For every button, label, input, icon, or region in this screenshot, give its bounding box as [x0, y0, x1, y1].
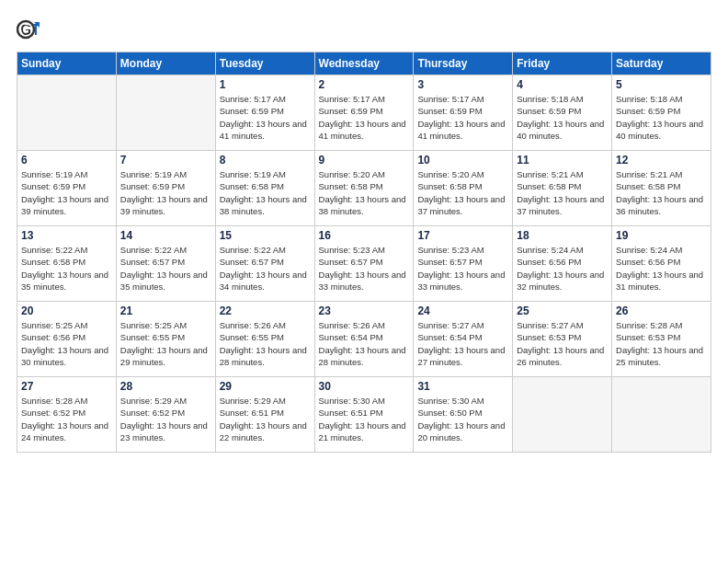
header	[17, 17, 711, 42]
calendar-cell: 15Sunrise: 5:22 AM Sunset: 6:57 PM Dayli…	[215, 226, 314, 302]
day-info: Sunrise: 5:18 AM Sunset: 6:59 PM Dayligh…	[517, 93, 608, 142]
day-number: 21	[120, 304, 211, 317]
calendar-cell: 23Sunrise: 5:26 AM Sunset: 6:54 PM Dayli…	[314, 302, 414, 377]
day-info: Sunrise: 5:22 AM Sunset: 6:57 PM Dayligh…	[120, 244, 211, 293]
day-info: Sunrise: 5:26 AM Sunset: 6:54 PM Dayligh…	[319, 319, 410, 368]
calendar-cell: 18Sunrise: 5:24 AM Sunset: 6:56 PM Dayli…	[513, 226, 612, 302]
day-number: 25	[517, 304, 608, 317]
day-info: Sunrise: 5:19 AM Sunset: 6:59 PM Dayligh…	[21, 168, 112, 217]
calendar-cell: 7Sunrise: 5:19 AM Sunset: 6:59 PM Daylig…	[116, 151, 215, 226]
day-info: Sunrise: 5:17 AM Sunset: 6:59 PM Dayligh…	[319, 93, 410, 142]
calendar-cell: 27Sunrise: 5:28 AM Sunset: 6:52 PM Dayli…	[17, 377, 117, 453]
day-number: 13	[21, 229, 112, 242]
calendar-cell: 19Sunrise: 5:24 AM Sunset: 6:56 PM Dayli…	[612, 226, 711, 302]
day-info: Sunrise: 5:27 AM Sunset: 6:54 PM Dayligh…	[417, 319, 508, 368]
day-number: 27	[21, 380, 112, 393]
day-info: Sunrise: 5:19 AM Sunset: 6:59 PM Dayligh…	[120, 168, 211, 217]
day-number: 30	[319, 380, 410, 393]
logo	[17, 17, 46, 42]
calendar-cell	[116, 75, 215, 151]
calendar-cell: 9Sunrise: 5:20 AM Sunset: 6:58 PM Daylig…	[314, 151, 414, 226]
day-number: 15	[220, 229, 311, 242]
day-info: Sunrise: 5:29 AM Sunset: 6:52 PM Dayligh…	[120, 395, 211, 443]
calendar-cell: 13Sunrise: 5:22 AM Sunset: 6:58 PM Dayli…	[17, 226, 117, 302]
calendar-cell: 16Sunrise: 5:23 AM Sunset: 6:57 PM Dayli…	[314, 226, 414, 302]
day-number: 29	[220, 380, 311, 393]
day-info: Sunrise: 5:24 AM Sunset: 6:56 PM Dayligh…	[616, 244, 707, 293]
day-number: 22	[220, 304, 311, 317]
day-number: 12	[616, 154, 707, 167]
calendar-cell: 26Sunrise: 5:28 AM Sunset: 6:53 PM Dayli…	[612, 302, 711, 377]
day-info: Sunrise: 5:25 AM Sunset: 6:56 PM Dayligh…	[21, 319, 112, 368]
calendar-cell: 5Sunrise: 5:18 AM Sunset: 6:59 PM Daylig…	[612, 75, 711, 151]
day-number: 23	[319, 304, 410, 317]
day-info: Sunrise: 5:29 AM Sunset: 6:51 PM Dayligh…	[220, 395, 311, 443]
day-number: 14	[120, 229, 211, 242]
weekday-header-tuesday: Tuesday	[215, 52, 314, 75]
calendar-cell: 30Sunrise: 5:30 AM Sunset: 6:51 PM Dayli…	[314, 377, 414, 453]
calendar-week-row: 1Sunrise: 5:17 AM Sunset: 6:59 PM Daylig…	[17, 75, 711, 151]
calendar-cell: 21Sunrise: 5:25 AM Sunset: 6:55 PM Dayli…	[116, 302, 215, 377]
day-info: Sunrise: 5:30 AM Sunset: 6:50 PM Dayligh…	[417, 395, 508, 443]
day-number: 3	[417, 78, 508, 91]
day-info: Sunrise: 5:22 AM Sunset: 6:57 PM Dayligh…	[220, 244, 311, 293]
day-info: Sunrise: 5:24 AM Sunset: 6:56 PM Dayligh…	[517, 244, 608, 293]
day-number: 16	[319, 229, 410, 242]
day-info: Sunrise: 5:21 AM Sunset: 6:58 PM Dayligh…	[517, 168, 608, 217]
day-number: 24	[417, 304, 508, 317]
calendar-cell: 1Sunrise: 5:17 AM Sunset: 6:59 PM Daylig…	[215, 75, 314, 151]
day-info: Sunrise: 5:18 AM Sunset: 6:59 PM Dayligh…	[616, 93, 707, 142]
day-number: 5	[616, 78, 707, 91]
day-number: 6	[21, 154, 112, 167]
day-number: 26	[616, 304, 707, 317]
calendar-cell	[612, 377, 711, 453]
day-number: 4	[517, 78, 608, 91]
weekday-header-row: SundayMondayTuesdayWednesdayThursdayFrid…	[17, 52, 711, 75]
calendar-cell: 31Sunrise: 5:30 AM Sunset: 6:50 PM Dayli…	[414, 377, 513, 453]
day-number: 31	[417, 380, 508, 393]
day-info: Sunrise: 5:30 AM Sunset: 6:51 PM Dayligh…	[319, 395, 410, 443]
day-info: Sunrise: 5:28 AM Sunset: 6:53 PM Dayligh…	[616, 319, 707, 368]
weekday-header-friday: Friday	[513, 52, 612, 75]
day-info: Sunrise: 5:23 AM Sunset: 6:57 PM Dayligh…	[319, 244, 410, 293]
calendar-cell: 12Sunrise: 5:21 AM Sunset: 6:58 PM Dayli…	[612, 151, 711, 226]
calendar-cell: 22Sunrise: 5:26 AM Sunset: 6:55 PM Dayli…	[215, 302, 314, 377]
day-info: Sunrise: 5:25 AM Sunset: 6:55 PM Dayligh…	[120, 319, 211, 368]
day-number: 18	[517, 229, 608, 242]
day-info: Sunrise: 5:20 AM Sunset: 6:58 PM Dayligh…	[319, 168, 410, 217]
calendar-cell	[17, 75, 117, 151]
day-info: Sunrise: 5:21 AM Sunset: 6:58 PM Dayligh…	[616, 168, 707, 217]
logo-icon	[17, 17, 42, 42]
calendar-week-row: 6Sunrise: 5:19 AM Sunset: 6:59 PM Daylig…	[17, 151, 711, 226]
calendar-cell: 28Sunrise: 5:29 AM Sunset: 6:52 PM Dayli…	[116, 377, 215, 453]
day-info: Sunrise: 5:19 AM Sunset: 6:58 PM Dayligh…	[220, 168, 311, 217]
day-info: Sunrise: 5:17 AM Sunset: 6:59 PM Dayligh…	[417, 93, 508, 142]
day-info: Sunrise: 5:17 AM Sunset: 6:59 PM Dayligh…	[220, 93, 311, 142]
page: SundayMondayTuesdayWednesdayThursdayFrid…	[0, 0, 728, 563]
weekday-header-saturday: Saturday	[612, 52, 711, 75]
calendar-table: SundayMondayTuesdayWednesdayThursdayFrid…	[17, 52, 711, 453]
weekday-header-wednesday: Wednesday	[314, 52, 414, 75]
day-info: Sunrise: 5:28 AM Sunset: 6:52 PM Dayligh…	[21, 395, 112, 443]
weekday-header-monday: Monday	[116, 52, 215, 75]
calendar-cell: 2Sunrise: 5:17 AM Sunset: 6:59 PM Daylig…	[314, 75, 414, 151]
calendar-cell: 4Sunrise: 5:18 AM Sunset: 6:59 PM Daylig…	[513, 75, 612, 151]
calendar-cell: 24Sunrise: 5:27 AM Sunset: 6:54 PM Dayli…	[414, 302, 513, 377]
day-number: 28	[120, 380, 211, 393]
day-info: Sunrise: 5:22 AM Sunset: 6:58 PM Dayligh…	[21, 244, 112, 293]
weekday-header-thursday: Thursday	[414, 52, 513, 75]
calendar-cell: 17Sunrise: 5:23 AM Sunset: 6:57 PM Dayli…	[414, 226, 513, 302]
calendar-cell: 25Sunrise: 5:27 AM Sunset: 6:53 PM Dayli…	[513, 302, 612, 377]
day-number: 1	[220, 78, 311, 91]
day-info: Sunrise: 5:27 AM Sunset: 6:53 PM Dayligh…	[517, 319, 608, 368]
calendar-cell: 20Sunrise: 5:25 AM Sunset: 6:56 PM Dayli…	[17, 302, 117, 377]
day-number: 17	[417, 229, 508, 242]
calendar-week-row: 13Sunrise: 5:22 AM Sunset: 6:58 PM Dayli…	[17, 226, 711, 302]
day-info: Sunrise: 5:23 AM Sunset: 6:57 PM Dayligh…	[417, 244, 508, 293]
weekday-header-sunday: Sunday	[17, 52, 117, 75]
day-number: 7	[120, 154, 211, 167]
calendar-cell: 14Sunrise: 5:22 AM Sunset: 6:57 PM Dayli…	[116, 226, 215, 302]
calendar-cell: 11Sunrise: 5:21 AM Sunset: 6:58 PM Dayli…	[513, 151, 612, 226]
calendar-cell: 29Sunrise: 5:29 AM Sunset: 6:51 PM Dayli…	[215, 377, 314, 453]
day-number: 20	[21, 304, 112, 317]
